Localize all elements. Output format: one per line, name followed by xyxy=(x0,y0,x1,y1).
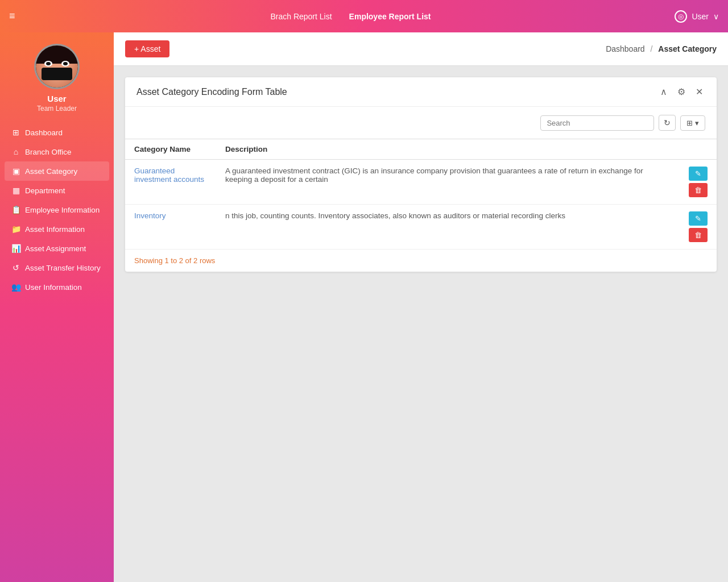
navbar: ≡ Brach Report List Employee Report List… xyxy=(0,0,728,32)
category-table: Category Name Description Guaranteed inv… xyxy=(125,139,717,250)
sidebar-item-asset-information[interactable]: 📁 Asset Information xyxy=(5,219,109,239)
chevron-down-icon: ∨ xyxy=(713,12,719,21)
table-row: Guaranteed investment accounts A guarant… xyxy=(125,160,717,205)
user-avatar-icon: ◎ xyxy=(675,10,687,23)
search-input[interactable] xyxy=(540,115,654,131)
action-buttons: ✎ 🗑 xyxy=(689,167,708,197)
card-controls: ∧ ⚙ ✕ xyxy=(658,85,705,98)
category-icon: ▣ xyxy=(11,167,20,176)
sidebar-role: Team Leader xyxy=(37,105,77,113)
column-header-actions xyxy=(680,139,717,160)
sidebar-nav: ⊞ Dashboard ⌂ Branch Office ▣ Asset Cate… xyxy=(0,123,114,297)
sidebar-item-label: Asset Transfer History xyxy=(25,264,101,272)
sidebar-item-label: Employee Information xyxy=(25,206,100,214)
delete-button[interactable]: 🗑 xyxy=(689,183,708,197)
dashboard-icon: ⊞ xyxy=(11,128,20,137)
settings-button[interactable]: ⚙ xyxy=(675,85,688,98)
table-row: Inventory n this job, counting counts. I… xyxy=(125,205,717,250)
table-toolbar: ↻ ⊞ ▾ xyxy=(125,107,717,139)
layout: User Team Leader ⊞ Dashboard ⌂ Branch Of… xyxy=(0,32,728,582)
table-footer: Showing 1 to 2 of 2 rows xyxy=(125,250,717,272)
department-icon: ▦ xyxy=(11,186,20,195)
category-name-link[interactable]: Guaranteed investment accounts xyxy=(134,167,204,184)
category-description-cell: n this job, counting counts. Inventory a… xyxy=(216,205,680,250)
asset-category-card: Asset Category Encoding Form Table ∧ ⚙ ✕… xyxy=(125,77,717,272)
assignment-icon: 📊 xyxy=(11,244,20,253)
sidebar-username: User xyxy=(47,94,66,103)
sidebar-item-label: Branch Office xyxy=(25,148,72,156)
breadcrumb: Dashboard / Asset Category xyxy=(606,44,717,53)
sidebar-item-label: User Information xyxy=(25,283,82,292)
edit-button[interactable]: ✎ xyxy=(689,167,708,181)
avatar xyxy=(34,44,80,89)
nav-link-branch-report[interactable]: Brach Report List xyxy=(270,12,332,21)
employee-icon: 📋 xyxy=(11,205,20,214)
transfer-icon: ↺ xyxy=(11,263,20,272)
category-name-cell: Inventory xyxy=(125,205,216,250)
close-button[interactable]: ✕ xyxy=(693,85,705,98)
category-description-cell: A guaranteed investment contract (GIC) i… xyxy=(216,160,680,205)
nav-link-employee-report[interactable]: Employee Report List xyxy=(349,12,431,21)
column-header-description: Description xyxy=(216,139,680,160)
card-header: Asset Category Encoding Form Table ∧ ⚙ ✕ xyxy=(125,77,717,107)
column-header-name: Category Name xyxy=(125,139,216,160)
edit-button[interactable]: ✎ xyxy=(689,211,708,226)
sidebar-item-branch-office[interactable]: ⌂ Branch Office xyxy=(5,142,109,161)
sidebar-item-user-information[interactable]: 👥 User Information xyxy=(5,277,109,297)
category-name-link[interactable]: Inventory xyxy=(134,211,166,220)
sidebar-item-label: Asset Category xyxy=(25,167,77,176)
refresh-button[interactable]: ↻ xyxy=(659,115,676,131)
asset-info-icon: 📁 xyxy=(11,225,20,234)
delete-button[interactable]: 🗑 xyxy=(689,228,708,242)
users-icon: 👥 xyxy=(11,282,20,292)
sidebar-item-dashboard[interactable]: ⊞ Dashboard xyxy=(5,123,109,142)
add-asset-button[interactable]: + Asset xyxy=(125,40,169,57)
sidebar-item-label: Dashboard xyxy=(25,128,63,137)
breadcrumb-root[interactable]: Dashboard xyxy=(606,44,645,53)
navbar-links: Brach Report List Employee Report List xyxy=(27,12,675,21)
sidebar-item-asset-transfer-history[interactable]: ↺ Asset Transfer History xyxy=(5,258,109,277)
category-name-cell: Guaranteed investment accounts xyxy=(125,160,216,205)
hamburger-icon[interactable]: ≡ xyxy=(9,10,15,22)
breadcrumb-separator: / xyxy=(651,44,653,53)
card-title: Asset Category Encoding Form Table xyxy=(136,87,287,97)
sidebar-item-label: Department xyxy=(25,186,65,195)
sidebar-item-asset-assignment[interactable]: 📊 Asset Assignment xyxy=(5,239,109,258)
breadcrumb-current: Asset Category xyxy=(658,44,717,53)
action-buttons: ✎ 🗑 xyxy=(689,211,708,242)
user-menu[interactable]: ◎ User ∨ xyxy=(675,10,719,23)
sidebar: User Team Leader ⊞ Dashboard ⌂ Branch Of… xyxy=(0,32,114,582)
sidebar-item-asset-category[interactable]: ▣ Asset Category xyxy=(5,161,109,181)
sidebar-item-employee-information[interactable]: 📋 Employee Information xyxy=(5,200,109,219)
main-content: + Asset Dashboard / Asset Category Asset… xyxy=(114,32,728,582)
sidebar-item-label: Asset Assignment xyxy=(25,244,86,253)
sidebar-item-department[interactable]: ▦ Department xyxy=(5,181,109,200)
category-actions-cell: ✎ 🗑 xyxy=(680,205,717,250)
toolbar: + Asset Dashboard / Asset Category xyxy=(114,32,728,66)
category-actions-cell: ✎ 🗑 xyxy=(680,160,717,205)
sidebar-item-label: Asset Information xyxy=(25,225,85,234)
user-label: User xyxy=(692,12,709,21)
home-icon: ⌂ xyxy=(11,147,20,156)
collapse-button[interactable]: ∧ xyxy=(658,85,669,98)
view-toggle-button[interactable]: ⊞ ▾ xyxy=(680,115,705,131)
